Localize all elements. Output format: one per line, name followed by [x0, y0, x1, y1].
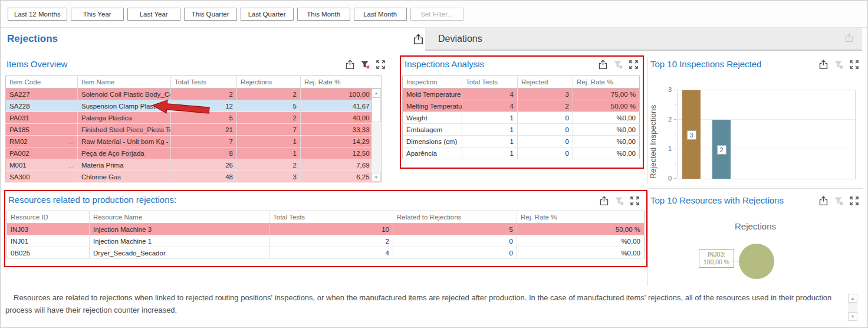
- column-header[interactable]: Rejected: [518, 76, 573, 88]
- export-icon[interactable]: [345, 60, 355, 70]
- filter-button[interactable]: Last Year: [127, 8, 180, 21]
- scroll-down-button[interactable]: ▼: [848, 312, 857, 321]
- filter-inactive-icon[interactable]: [613, 60, 623, 70]
- table-cell: 0: [393, 247, 517, 259]
- expand-icon[interactable]: [629, 60, 639, 70]
- table-cell: 1: [462, 136, 518, 147]
- export-icon[interactable]: [599, 196, 609, 206]
- table-row[interactable]: Dimensions (cm)10%0,00: [403, 136, 640, 147]
- filter-button[interactable]: Last Quarter: [241, 8, 294, 21]
- tab-rejections[interactable]: Rejections: [7, 33, 58, 45]
- table-cell: %0,00: [573, 136, 640, 147]
- y-axis-tick: [674, 90, 676, 90]
- expand-icon[interactable]: [849, 60, 859, 70]
- bar[interactable]: 3: [682, 90, 701, 179]
- table-row[interactable]: Embalagem10%0,00: [403, 124, 640, 136]
- inspections-analysis-toolbar: [598, 60, 639, 70]
- table-row[interactable]: Melting Temperature (ºC)4250,00 %: [403, 100, 640, 112]
- table-cell: 1: [462, 124, 518, 136]
- export-icon[interactable]: [818, 196, 828, 206]
- items-table-scrollbar[interactable]: ▲ ▼: [371, 88, 381, 182]
- table-row[interactable]: PA002Peça de Aço Forjada8112,50 %: [6, 147, 382, 159]
- set-filter-button[interactable]: Set Filter...: [410, 8, 463, 21]
- column-header[interactable]: Total Tests: [171, 76, 237, 88]
- table-row[interactable]: Weight10%0,00: [403, 112, 640, 124]
- table-cell: Injection Machine 3: [90, 224, 269, 235]
- table-cell: Chlorine Gas: [78, 171, 171, 183]
- table-row[interactable]: PA185Finished Steel Piece_Pieza Terminad…: [6, 124, 382, 136]
- tab-deviations-label: Deviations: [438, 34, 482, 44]
- export-icon[interactable]: [413, 34, 424, 47]
- table-cell: 7,69 %: [301, 159, 382, 171]
- table-row[interactable]: Mold Temperature (ºC)4375,00 %: [403, 88, 640, 100]
- top10-inspections-title: Top 10 Inspections Rejected: [650, 59, 761, 69]
- table-cell: 2: [171, 88, 237, 100]
- table-cell: Melting Temperature (ºC): [403, 100, 462, 112]
- table-cell: Dimensions (cm): [403, 136, 462, 147]
- column-header[interactable]: Resource ID: [7, 211, 90, 224]
- bar-chart-y-axis-label: Rejected Inspections: [649, 89, 657, 179]
- bar-value-label: 3: [686, 130, 696, 140]
- table-cell: PA185: [6, 124, 78, 136]
- column-header[interactable]: Total Tests: [269, 211, 393, 224]
- filter-button[interactable]: This Quarter: [184, 8, 237, 21]
- pie-slice-callout: INJ03: 100,00 %: [699, 249, 734, 268]
- bar-chart-plot: 32: [677, 90, 856, 179]
- column-header[interactable]: Rej. Rate %: [301, 76, 382, 88]
- export-icon[interactable]: [818, 60, 828, 70]
- table-cell: 100,00 %: [301, 88, 382, 100]
- table-cell: 75,00 %: [573, 88, 640, 100]
- inspections-analysis-table: InspectionTotal TestsRejectedRej. Rate %…: [402, 76, 640, 159]
- table-row[interactable]: SA227Solenoid Coil Plastic Body_Corpo Pl…: [6, 88, 382, 100]
- table-row[interactable]: Aparência10%0,00: [403, 147, 640, 159]
- table-cell: 7: [171, 136, 237, 147]
- table-row[interactable]: ...RM02Raw Material - Unit bom Kg - gr71…: [6, 136, 382, 147]
- scroll-up-button[interactable]: ▲: [848, 294, 857, 303]
- table-row[interactable]: ...M001Materia Prima2627,69 %: [6, 159, 382, 171]
- column-header[interactable]: Resource Name: [90, 211, 269, 224]
- table-cell: %0,00: [573, 112, 640, 124]
- bar[interactable]: 2: [712, 120, 731, 179]
- y-axis-tick: [674, 178, 676, 179]
- table-row[interactable]: 0B025Dryer_Secado_Secador40%0,00: [7, 247, 645, 259]
- column-header[interactable]: Rejections: [237, 76, 301, 88]
- column-header[interactable]: Related to Rejections: [393, 211, 517, 224]
- scrollbar-thumb[interactable]: [371, 97, 381, 122]
- table-row[interactable]: SA300Chlorine Gas4836,25 %: [6, 171, 382, 183]
- expand-icon[interactable]: [630, 196, 640, 206]
- export-icon[interactable]: [844, 33, 854, 45]
- table-cell: %0,00: [517, 235, 645, 247]
- expand-icon[interactable]: [849, 196, 859, 206]
- table-row[interactable]: INJ01Injection Machine 120%0,00: [7, 235, 645, 247]
- y-axis-tick-label: 3: [661, 86, 672, 93]
- expand-icon[interactable]: [376, 60, 386, 70]
- filter-button-group: Last 12 MonthsThis YearLast YearThis Qua…: [8, 8, 407, 21]
- footer-scrollbar[interactable]: ▲ ▼: [848, 294, 857, 321]
- scroll-up-button[interactable]: ▲: [371, 88, 381, 97]
- filter-inactive-icon[interactable]: [614, 196, 624, 206]
- column-header[interactable]: Rej. Rate %: [517, 211, 645, 224]
- tab-deviations[interactable]: Deviations: [425, 28, 862, 51]
- filter-button[interactable]: This Month: [297, 8, 350, 21]
- filter-inactive-icon[interactable]: [834, 196, 844, 206]
- column-header[interactable]: Total Tests: [462, 76, 518, 88]
- column-header[interactable]: Inspection: [403, 76, 462, 88]
- filter-button[interactable]: Last Month: [354, 8, 407, 21]
- column-header[interactable]: Item Name: [78, 76, 171, 88]
- column-header[interactable]: Rej. Rate %: [573, 76, 640, 88]
- table-cell: 21: [171, 124, 237, 136]
- table-cell: 0: [518, 136, 573, 147]
- filter-button[interactable]: Last 12 Months: [8, 8, 67, 21]
- export-icon[interactable]: [598, 60, 608, 70]
- scroll-down-button[interactable]: ▼: [371, 173, 381, 182]
- filter-button[interactable]: This Year: [71, 8, 124, 21]
- column-header[interactable]: Item Code: [6, 76, 78, 88]
- filter-active-icon[interactable]: [360, 60, 370, 70]
- resources-table: Resource IDResource NameTotal TestsRelat…: [6, 211, 645, 259]
- table-row[interactable]: INJ03Injection Machine 310550,00 %: [7, 224, 645, 235]
- table-cell: %0,00: [573, 124, 640, 136]
- table-cell: 41,67 %: [301, 100, 382, 112]
- filter-inactive-icon[interactable]: [834, 60, 844, 70]
- table-cell: 0: [518, 112, 573, 124]
- pie-chart[interactable]: [739, 244, 774, 279]
